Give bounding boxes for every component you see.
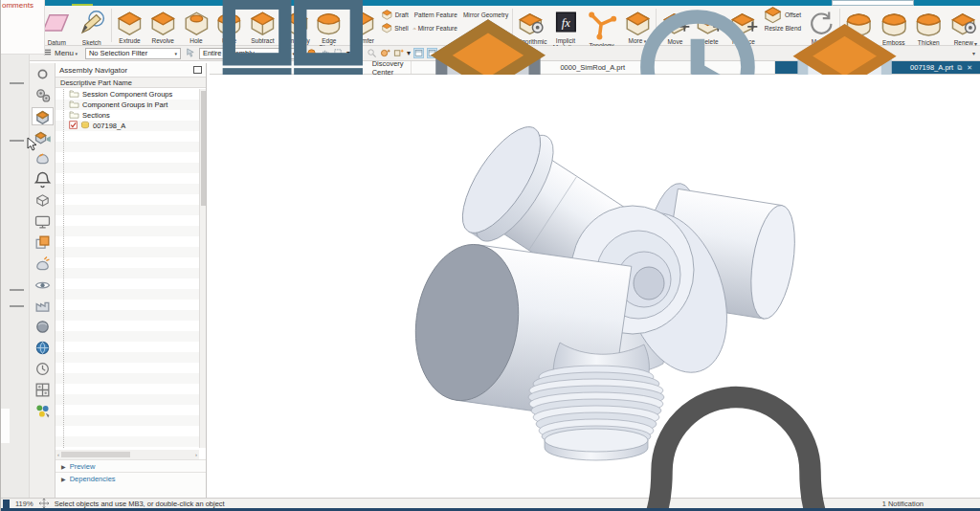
tree-row-session-groups[interactable]: Session Component Groups: [56, 89, 199, 100]
history-icon[interactable]: [33, 360, 52, 378]
draft-button[interactable]: Draft: [379, 9, 411, 21]
datum-plane-icon: [41, 9, 73, 38]
panel-tick: [10, 305, 24, 307]
hole-button[interactable]: Hole: [180, 7, 213, 44]
tree-connector-line: [63, 89, 64, 448]
selection-filter-value: No Selection Filter: [89, 49, 147, 57]
zoom-level[interactable]: 119%: [15, 500, 33, 508]
process-studio-icon[interactable]: [33, 255, 52, 273]
resource-bar: [30, 63, 56, 498]
tree-row-component-groups[interactable]: Component Groups in Part: [56, 100, 199, 110]
revolve-label: Revolve: [151, 37, 173, 44]
reuse-library-icon[interactable]: [33, 191, 52, 210]
thicken-label: Thicken: [918, 39, 940, 46]
folder-icon: [69, 89, 79, 100]
menu-button[interactable]: Menu: [39, 47, 81, 59]
tab-simrod-part[interactable]: 0000_SimRod_A.prt: [412, 61, 775, 74]
renew-feature-icon: [948, 9, 980, 38]
folder-icon: [69, 110, 79, 121]
visual-reports-icon[interactable]: [33, 276, 52, 294]
bell-icon: [592, 359, 880, 511]
tree-row-sections[interactable]: Sections: [56, 110, 199, 121]
materials-icon[interactable]: [33, 318, 52, 336]
svg-text:fx: fx: [561, 16, 570, 30]
add-body-icon[interactable]: [393, 48, 404, 58]
navigator-horizontal-scrollbar[interactable]: ‹ ›: [56, 450, 199, 459]
status-bar: 119% Select objects and use MB3, or doub…: [1, 498, 980, 508]
document-tab-bar: Discovery Center 0000_SimRod_A.prt 00719…: [210, 61, 980, 75]
tree-row-007198-part[interactable]: 007198_A: [56, 121, 199, 131]
tree-row-label: Sections: [82, 111, 110, 120]
revolve-button[interactable]: Revolve: [146, 7, 180, 44]
comments-label: omments: [2, 1, 33, 10]
extrude-icon: [115, 9, 145, 36]
navigator-title: Assembly Navigator: [59, 66, 127, 75]
part-icon: [80, 121, 90, 131]
toolbar-overflow-caret[interactable]: ▾: [972, 50, 975, 56]
sketch-icon: [77, 9, 108, 38]
sketch-button[interactable]: Sketch: [75, 7, 110, 46]
add-selection-icon[interactable]: [380, 48, 390, 58]
assembly-navigator-panel: Assembly Navigator Descriptive Part Name…: [56, 63, 207, 498]
pin-tab-icon[interactable]: ⧉: [956, 64, 963, 72]
active-part-tab-label: 007198_A.prt: [910, 63, 953, 72]
extrude-button[interactable]: Extrude: [113, 7, 146, 44]
mirror-feature-icon: [412, 25, 416, 32]
close-tab-icon[interactable]: ✕: [966, 64, 973, 72]
status-message: Select objects and use MB3, or double-cl…: [55, 500, 225, 508]
hd3d-tools-icon[interactable]: [33, 212, 52, 231]
undock-panel-icon[interactable]: [193, 66, 202, 74]
menu-label: Menu: [55, 49, 78, 57]
roles-icon[interactable]: [33, 86, 52, 104]
notifications-icon[interactable]: [33, 170, 52, 189]
templates-icon[interactable]: [33, 381, 52, 399]
hole-icon: [182, 9, 212, 36]
draft-icon: [381, 9, 393, 21]
revolve-icon: [148, 9, 178, 36]
dependencies-label: Dependencies: [70, 475, 116, 483]
resource-pin-icon[interactable]: [33, 65, 52, 83]
notification-area[interactable]: 1 Notification: [592, 359, 924, 511]
scrollbar-thumb[interactable]: [61, 452, 130, 457]
notification-label: 1 Notification: [882, 500, 924, 508]
panel-tick: [10, 82, 24, 84]
web-browser-icon[interactable]: [33, 339, 52, 357]
comments-overlay-panel: omments: [1, 0, 45, 55]
mouse-cursor: [27, 137, 38, 152]
thicken-icon: [913, 9, 945, 38]
snap-point-icon[interactable]: [185, 48, 195, 58]
navigator-tree: Session Component Groups Component Group…: [56, 89, 199, 448]
navigator-vertical-scrollbar[interactable]: [199, 89, 206, 448]
assembly-navigator-icon[interactable]: [32, 107, 54, 125]
scroll-right-arrow[interactable]: ›: [195, 452, 197, 457]
hole-label: Hole: [189, 37, 202, 44]
preview-section-header[interactable]: ▶ Preview: [56, 459, 206, 472]
layers-icon[interactable]: [33, 233, 52, 252]
panel-slot: [1, 409, 10, 443]
tab-007198-part-active[interactable]: 007198_A.prt ⧉ ✕: [775, 61, 980, 74]
combo-arrow-icon: ▾: [174, 51, 177, 56]
component-checkbox[interactable]: [69, 121, 78, 131]
expand-arrow-icon: ▶: [61, 463, 66, 470]
selection-filter-combo[interactable]: No Selection Filter ▾: [85, 48, 181, 59]
thicken-button[interactable]: Thicken: [911, 7, 947, 46]
manufacturing-icon[interactable]: [33, 297, 52, 315]
preview-label: Preview: [70, 462, 96, 471]
status-corner-block: [3, 500, 10, 508]
combo-arrow-icon: ▾: [407, 49, 411, 57]
dependencies-section-header[interactable]: ▶ Dependencies: [56, 472, 206, 484]
move-cursor-icon: [39, 499, 49, 508]
scroll-left-arrow[interactable]: ‹: [57, 452, 59, 457]
extrude-label: Extrude: [119, 37, 140, 44]
touch-mode-icon[interactable]: [33, 402, 52, 420]
tree-row-label: 007198_A: [93, 122, 125, 130]
simrod-tab-label: 0000_SimRod_A.prt: [560, 63, 625, 72]
tab-discovery-center[interactable]: Discovery Center: [210, 61, 412, 74]
topology-optimization-icon: [584, 9, 618, 41]
discovery-center-label: Discovery Center: [372, 59, 404, 77]
navigator-column-header[interactable]: Descriptive Part Name: [56, 77, 206, 88]
tree-row-label: Component Groups in Part: [82, 100, 167, 109]
expand-arrow-icon: ▶: [61, 476, 66, 482]
shell-label: Shell: [394, 25, 408, 32]
shell-button[interactable]: Shell: [379, 22, 411, 34]
